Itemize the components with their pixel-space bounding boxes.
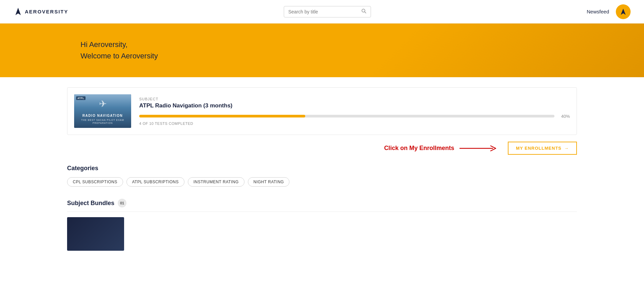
category-tag[interactable]: ATPL SUBSCRIPTIONS bbox=[126, 177, 184, 187]
enrollment-card: ATPL ✈ RADIO NAVIGATION THE BEST SACAA P… bbox=[67, 87, 577, 135]
tests-completed: 4 OF 10 TESTS COMPLETED bbox=[139, 122, 570, 126]
svg-point-1 bbox=[362, 9, 365, 12]
categories-section: Categories CPL SUBSCRIPTIONSATPL SUBSCRI… bbox=[67, 165, 577, 187]
progress-bar-fill bbox=[139, 115, 305, 117]
main-content: ATPL ✈ RADIO NAVIGATION THE BEST SACAA P… bbox=[0, 77, 644, 268]
hero-banner: Hi Aeroversity, Welcome to Aeroversity bbox=[0, 23, 644, 77]
bundles-header: Subject Bundles 01 bbox=[67, 199, 577, 212]
category-tags: CPL SUBSCRIPTIONSATPL SUBSCRIPTIONSINSTR… bbox=[67, 177, 577, 187]
logo-area[interactable]: AEROVERSITY bbox=[13, 7, 68, 16]
progress-percent: 40% bbox=[558, 114, 570, 119]
thumbnail-title: RADIO NAVIGATION THE BEST SACAA PILOT EX… bbox=[74, 113, 131, 125]
enrollments-cta: Click on My Enrollments MY ENROLLMENTS → bbox=[67, 142, 577, 155]
svg-marker-3 bbox=[621, 8, 626, 14]
bundles-section: Subject Bundles 01 bbox=[67, 199, 577, 251]
bundles-title: Subject Bundles bbox=[67, 200, 114, 207]
hero-welcome: Welcome to Aeroversity bbox=[80, 52, 564, 60]
svg-marker-0 bbox=[15, 8, 21, 15]
hero-greeting: Hi Aeroversity, bbox=[80, 40, 564, 49]
search-icon bbox=[361, 8, 367, 15]
header: AEROVERSITY Newsfeed bbox=[0, 0, 644, 23]
avatar-icon bbox=[620, 8, 627, 15]
category-tag[interactable]: INSTRUMENT RATING bbox=[188, 177, 245, 187]
category-tag[interactable]: CPL SUBSCRIPTIONS bbox=[67, 177, 123, 187]
bundle-count-badge: 01 bbox=[118, 199, 126, 207]
categories-title: Categories bbox=[67, 165, 577, 172]
bundle-thumbnail[interactable] bbox=[67, 217, 124, 251]
search-box[interactable] bbox=[284, 6, 371, 17]
header-right: Newsfeed bbox=[587, 4, 631, 19]
newsfeed-link[interactable]: Newsfeed bbox=[587, 9, 609, 14]
cta-arrow-icon bbox=[460, 144, 500, 152]
thumbnail-badge: ATPL bbox=[76, 96, 86, 100]
logo-text: AEROVERSITY bbox=[25, 9, 68, 14]
subject-label: SUBJECT bbox=[139, 97, 570, 101]
enrollments-button[interactable]: MY ENROLLMENTS → bbox=[508, 142, 577, 155]
svg-line-2 bbox=[365, 12, 366, 13]
search-input[interactable] bbox=[288, 9, 359, 14]
category-tag[interactable]: NIGHT RATING bbox=[248, 177, 290, 187]
progress-bar-bg bbox=[139, 115, 554, 117]
cta-instruction: Click on My Enrollments bbox=[384, 144, 500, 152]
course-title: ATPL Radio Navigation (3 months) bbox=[139, 102, 570, 109]
progress-container: 40% bbox=[139, 114, 570, 119]
plane-icon: ✈ bbox=[99, 98, 107, 109]
avatar[interactable] bbox=[616, 4, 631, 19]
course-thumbnail: ATPL ✈ RADIO NAVIGATION THE BEST SACAA P… bbox=[74, 94, 131, 128]
logo-icon bbox=[13, 7, 23, 16]
course-info: SUBJECT ATPL Radio Navigation (3 months)… bbox=[139, 97, 570, 126]
